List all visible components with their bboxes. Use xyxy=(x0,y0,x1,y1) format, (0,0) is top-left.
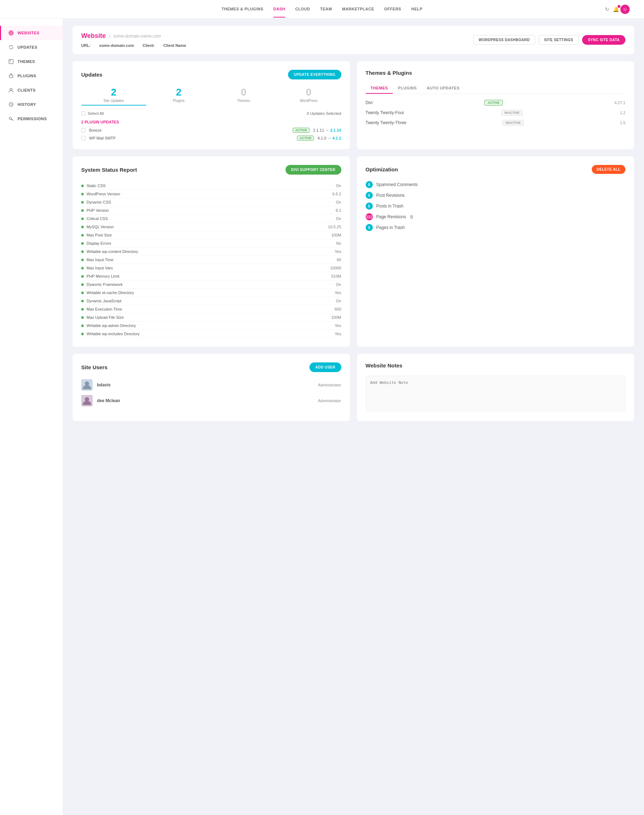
sys-dot xyxy=(81,209,84,212)
sys-dot xyxy=(81,275,84,277)
opt-label-1: Post Revisions xyxy=(376,193,405,198)
sys-static-css: Static CSS On xyxy=(81,182,341,190)
nav-marketplace[interactable]: MARKETPLACE xyxy=(342,1,374,18)
wpmail-version: 4.1.0 → 4.1.1 xyxy=(317,136,341,140)
nav-help[interactable]: HELP xyxy=(411,1,422,18)
breadcrumb-sub: some-domain-name.com xyxy=(113,34,161,39)
breadcrumb: Website › some-domain-name.com URL: some… xyxy=(81,32,186,47)
trash-icon[interactable]: 🗑 xyxy=(409,214,414,219)
opt-badge-2: 0 xyxy=(366,202,373,210)
sidebar-item-clients[interactable]: CLIENTS xyxy=(0,83,63,97)
themes-plugins-card: Themes & Plugins THEMES PLUGINS AUTO UPD… xyxy=(357,61,634,149)
sys-writable-content: Writable wp-content Directory Yes xyxy=(81,248,341,256)
add-user-button[interactable]: ADD USER xyxy=(310,362,341,372)
notification-icon[interactable]: 🔔 xyxy=(613,6,619,12)
nav-themes-plugins[interactable]: THEMES & PLUGINS xyxy=(221,1,263,18)
breeze-status: ACTIVE xyxy=(293,128,310,133)
sys-val-9: 60 xyxy=(337,257,341,262)
sys-val-18: Yes xyxy=(335,332,341,336)
header-actions: WORDPRESS DASHBOARD SITE SETTINGS SYNC S… xyxy=(473,35,626,45)
select-all-label[interactable]: Select All xyxy=(81,111,104,116)
sidebar-item-history[interactable]: HISTORY xyxy=(0,97,63,112)
sidebar-label-themes: THEMES xyxy=(17,60,35,64)
nav-cloud[interactable]: CLOUD xyxy=(295,1,310,18)
theme-divi-version: 4.27.1 xyxy=(614,101,626,105)
stat-num-site: 2 xyxy=(81,87,146,98)
opt-badge-3: 111 xyxy=(366,213,373,221)
sys-dot xyxy=(81,242,84,245)
wordpress-dashboard-button[interactable]: WORDPRESS DASHBOARD xyxy=(473,35,535,45)
sys-val-2: On xyxy=(336,200,341,204)
sidebar-item-updates[interactable]: UPDATES xyxy=(0,40,63,54)
nav-icon-group: ↻ 🔔 xyxy=(605,6,619,12)
theme-twentythree: Twenty Twenty-Three INACTIVE 1.5 xyxy=(366,120,626,126)
sys-val-0: On xyxy=(336,184,341,188)
optimization-card: Optimization DELETE ALL 0 Spammed Commen… xyxy=(357,156,634,347)
wpmail-name: WP Mail SMTP xyxy=(89,136,293,140)
tab-plugins[interactable]: PLUGINS xyxy=(393,83,422,94)
notes-title: Website Notes xyxy=(366,362,403,369)
sidebar-label-plugins: PLUGINS xyxy=(17,74,36,78)
sys-max-execution: Max Execution Time 600 xyxy=(81,305,341,313)
sidebar-item-permissions[interactable]: PERMISSIONS xyxy=(0,112,63,126)
sidebar-label-clients: CLIENTS xyxy=(17,88,36,92)
sys-dot xyxy=(81,333,84,335)
sys-dot xyxy=(81,201,84,204)
sidebar-item-websites[interactable]: WEBSITES xyxy=(0,26,63,40)
cards-row-1: Updates UPDATE EVERYTHING 2 Site Updates… xyxy=(73,61,634,149)
user-deemclean: dee Mclean Administrator xyxy=(81,395,341,406)
plugin-item-wpmail: WP Mail SMTP ACTIVE 4.1.0 → 4.1.1 xyxy=(81,136,341,141)
user-avatar[interactable]: U xyxy=(620,5,630,14)
divi-support-center-button[interactable]: DIVI SUPPORT CENTER xyxy=(285,165,341,175)
plugin-update-list: Breeze ACTIVE 2.1.11 → 2.1.14 WP Mail SM… xyxy=(81,128,341,141)
sidebar-label-updates: UPDATES xyxy=(17,45,37,49)
sys-max-input-time: Max Input Time 60 xyxy=(81,256,341,264)
opt-label-3: Page Revisions xyxy=(376,214,406,219)
opt-badge-4: 0 xyxy=(366,224,373,231)
plugin-item-breeze: Breeze ACTIVE 2.1.11 → 2.1.14 xyxy=(81,128,341,133)
nav-team[interactable]: TEAM xyxy=(320,1,332,18)
sys-val-12: On xyxy=(336,282,341,286)
tab-themes[interactable]: THEMES xyxy=(366,83,393,94)
update-controls: Select All 0 Updates Selected xyxy=(81,111,341,116)
sidebar: WEBSITES UPDATES THEMES PLUGINS CLIENTS xyxy=(0,18,63,815)
sys-dot xyxy=(81,259,84,261)
sidebar-item-themes[interactable]: THEMES xyxy=(0,54,63,69)
tab-auto-updates[interactable]: AUTO UPDATES xyxy=(422,83,465,94)
themes-icon xyxy=(8,59,14,64)
plugin-updates-link[interactable]: 2 PLUGIN UPDATES xyxy=(81,120,341,124)
theme-twentyfour: Twenty Twenty-Four INACTIVE 1.2 xyxy=(366,110,626,116)
delete-all-button[interactable]: DELETE ALL xyxy=(592,165,626,174)
breeze-name: Breeze xyxy=(89,128,289,132)
sys-val-6: 100M xyxy=(331,233,341,237)
breadcrumb-separator: › xyxy=(109,33,110,39)
stat-themes: 0 Themes xyxy=(211,87,276,106)
sys-dot xyxy=(81,226,84,228)
wpmail-checkbox[interactable] xyxy=(81,136,86,140)
svg-rect-3 xyxy=(9,60,13,64)
breeze-checkbox[interactable] xyxy=(81,128,86,132)
themes-tabs: THEMES PLUGINS AUTO UPDATES xyxy=(366,83,626,94)
client-value: Client Name xyxy=(164,43,186,47)
nav-dash[interactable]: DASH xyxy=(273,1,285,18)
select-all-checkbox[interactable] xyxy=(81,111,86,116)
notes-textarea[interactable] xyxy=(366,376,626,411)
opt-card-header: Optimization DELETE ALL xyxy=(366,165,626,174)
sys-val-7: No xyxy=(336,241,341,245)
sys-dynamic-js: Dynamic JavaScript On xyxy=(81,297,341,305)
themes-plugins-title: Themes & Plugins xyxy=(366,70,412,76)
user-icon xyxy=(8,87,14,93)
theme-twentyfour-version: 1.2 xyxy=(620,110,626,115)
user-list: bdavis Administrator dee Mclean Administ… xyxy=(81,379,341,406)
nav-offers[interactable]: OFFERS xyxy=(384,1,402,18)
url-value: some-domain.com xyxy=(99,43,134,47)
refresh-icon[interactable]: ↻ xyxy=(605,6,609,12)
sync-site-data-button[interactable]: SYNC SITE DATA xyxy=(582,35,626,45)
url-label: URL: xyxy=(81,43,90,47)
svg-rect-5 xyxy=(9,75,13,78)
sys-wp-version: WordPress Version 6.6.2 xyxy=(81,190,341,198)
sys-val-17: Yes xyxy=(335,323,341,328)
sidebar-item-plugins[interactable]: PLUGINS xyxy=(0,69,63,83)
site-settings-button[interactable]: SITE SETTINGS xyxy=(539,35,579,45)
update-everything-button[interactable]: UPDATE EVERYTHING xyxy=(288,70,341,80)
